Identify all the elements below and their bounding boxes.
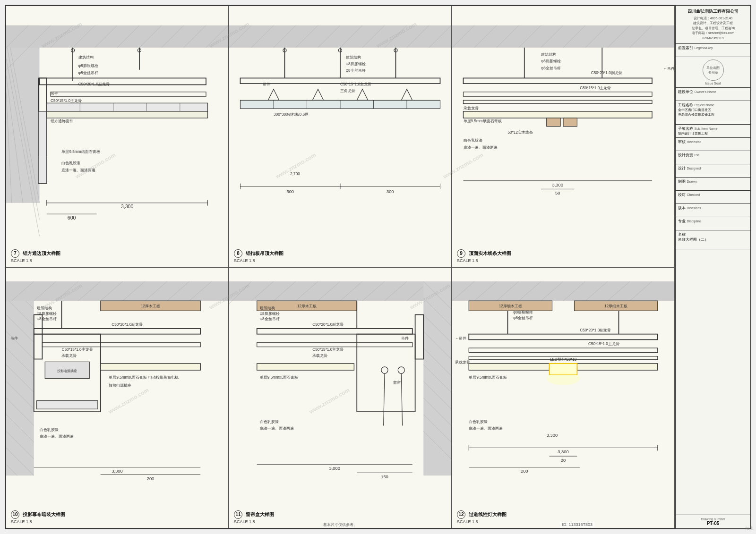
- drawings-grid: 3,300 600 建筑结构 φ8膨胀螺栓 φ8全丝吊杆 C50*20*1.0副…: [6, 6, 675, 528]
- svg-text:白色乳胶漆: 白色乳胶漆: [464, 139, 482, 143]
- svg-rect-22: [51, 92, 206, 96]
- svg-text:C50*15*1.0主龙骨: C50*15*1.0主龙骨: [580, 86, 611, 90]
- svg-text:承载龙骨: 承载龙骨: [62, 353, 77, 357]
- sidebar-subitem: 子项名称 Sub-Item Name 室内设计计装饰工程: [676, 125, 750, 138]
- svg-rect-195: [257, 328, 412, 334]
- svg-text:φ8膨胀螺栓: φ8膨胀螺栓: [260, 311, 280, 315]
- svg-point-204: [381, 366, 388, 373]
- svg-text:底漆一遍、面漆两遍: 底漆一遍、面漆两遍: [62, 168, 96, 172]
- svg-text:承载龙骨: 承载龙骨: [455, 360, 470, 364]
- svg-text:C50*20*1.0副龙骨: C50*20*1.0副龙骨: [78, 82, 110, 86]
- svg-text:φ8膨胀螺栓: φ8膨胀螺栓: [78, 64, 98, 68]
- svg-rect-109: [547, 118, 560, 127]
- svg-text:C50*15*1.0主龙骨: C50*15*1.0主龙骨: [340, 82, 371, 86]
- sidebar-reviewed: 审核 Reviewed: [676, 138, 750, 151]
- svg-rect-199: [257, 342, 412, 347]
- svg-text:←吊件: ←吊件: [663, 67, 675, 71]
- svg-text:白色乳胶漆: 白色乳胶漆: [40, 428, 59, 432]
- svg-text:50*12实木线条: 50*12实木线条: [508, 130, 533, 135]
- panel-10-label: 10 投影幕布暗装大样图 SCALE 1:8: [11, 510, 65, 524]
- svg-text:吊件: 吊件: [51, 92, 58, 96]
- svg-text:预留电源插座: 预留电源插座: [109, 383, 131, 388]
- svg-text:单层9.5mm纸面石膏板: 单层9.5mm纸面石膏板: [469, 375, 507, 379]
- main-container: www.znzmo.com www.znzmo.com www.znzmo.co…: [0, 0, 756, 534]
- svg-rect-102: [464, 78, 653, 84]
- svg-text:3,300: 3,300: [547, 432, 558, 438]
- svg-rect-238: [469, 334, 658, 339]
- svg-text:C50*15*1.0主龙骨: C50*15*1.0主龙骨: [51, 99, 82, 103]
- drawing-number: PT-05: [678, 521, 748, 526]
- svg-text:300: 300: [387, 189, 394, 194]
- svg-text:C50*20*1.0副龙骨: C50*20*1.0副龙骨: [591, 71, 622, 75]
- svg-rect-150: [34, 314, 43, 359]
- svg-text:单层9.5mm纸面石膏板  电动投影幕布电机: 单层9.5mm纸面石膏板 电动投影幕布电机: [109, 375, 178, 379]
- svg-point-248: [547, 372, 580, 385]
- sidebar-drawn: 制图 Drawm: [676, 178, 750, 191]
- svg-text:投影电源插座: 投影电源插座: [57, 369, 77, 372]
- corner-logo: 知末: [745, 526, 754, 532]
- svg-line-206: [384, 373, 385, 425]
- svg-text:3,300: 3,300: [112, 468, 122, 474]
- svg-text:白色乳胶漆: 白色乳胶漆: [260, 419, 279, 424]
- svg-text:3,300: 3,300: [121, 204, 134, 210]
- svg-text:白色乳胶漆: 白色乳胶漆: [62, 161, 81, 165]
- sidebar-pm: 设计负责 PM: [676, 151, 750, 164]
- svg-text:200: 200: [521, 468, 528, 474]
- svg-text:三角龙骨: 三角龙骨: [340, 89, 355, 93]
- svg-text:建筑结构: 建筑结构: [259, 305, 275, 310]
- svg-text:200: 200: [147, 475, 155, 481]
- panel-10: 12厚木工板 C50*20*1.0副龙骨 吊件 C50*15*1.0主龙骨: [6, 267, 229, 529]
- panel-12: 12厚细木工板 12厚细木工板 φ8膨胀螺栓 φ8全丝吊杆 ←吊件: [452, 267, 675, 529]
- sidebar-designed: 设计 Designed: [676, 164, 750, 178]
- bottom-note: 基本尺寸仅供参考。: [323, 522, 357, 527]
- sidebar-revisions: 版本 Revisions: [676, 204, 750, 217]
- svg-text:12厚木工板: 12厚木工板: [297, 304, 317, 308]
- svg-text:建筑结构: 建筑结构: [541, 52, 556, 57]
- svg-text:单层9.5mm纸面石膏板: 单层9.5mm纸面石膏板: [260, 375, 298, 379]
- panel-11-label: 11 窗帘盒大样图 SCALE 1:8: [234, 510, 274, 524]
- svg-text:50: 50: [555, 190, 560, 195]
- svg-text:φ8膨胀螺栓: φ8膨胀螺栓: [37, 311, 57, 315]
- sidebar-checked: 校对 Checked: [676, 191, 750, 204]
- svg-text:承载龙骨: 承载龙骨: [464, 106, 479, 110]
- svg-rect-135: [6, 281, 228, 301]
- svg-rect-21: [40, 78, 206, 85]
- svg-text:底漆一遍、面漆两遍: 底漆一遍、面漆两遍: [469, 426, 503, 430]
- sidebar-owner: 建设单位 Owner's Name: [676, 88, 750, 101]
- svg-text:2,700: 2,700: [290, 172, 300, 176]
- sidebar-project: 工程名称 Project Name 金牛区房门口街道社区养老综合楼装饰装修工程: [676, 101, 750, 125]
- svg-marker-66: [312, 89, 324, 101]
- company-info: 设计电话：4006-001-2140 建筑设计、工程设计及工程 总承包、项目管理…: [679, 16, 747, 41]
- svg-text:白色乳胶漆: 白色乳胶漆: [469, 419, 488, 424]
- svg-text:吊件: 吊件: [263, 82, 270, 86]
- svg-text:建筑结构: 建筑结构: [36, 305, 52, 310]
- svg-text:φ8全丝吊杆: φ8全丝吊杆: [541, 66, 561, 70]
- svg-text:建筑结构: 建筑结构: [345, 55, 361, 59]
- svg-point-205: [398, 366, 404, 373]
- panel-8: 300 300 建筑结构 φ8膨胀螺栓 φ8全丝吊杆 吊件 C50*15*1.0…: [229, 6, 452, 267]
- svg-text:C50*15*1.0主龙骨: C50*15*1.0主龙骨: [312, 347, 344, 351]
- svg-text:单层9.5mm纸面石膏板: 单层9.5mm纸面石膏板: [464, 119, 502, 123]
- svg-rect-148: [34, 328, 201, 334]
- svg-text:C50*20*1.0副龙骨: C50*20*1.0副龙骨: [312, 322, 344, 327]
- svg-text:承载龙骨: 承载龙骨: [312, 353, 327, 357]
- svg-text:C50*20*1.0副龙骨: C50*20*1.0副龙骨: [580, 328, 611, 332]
- svg-text:300: 300: [286, 189, 294, 194]
- svg-marker-68: [401, 89, 412, 101]
- svg-text:建筑结构: 建筑结构: [78, 55, 94, 59]
- panel-9: ←吊件 C50*20*1.0副龙骨 C50*15*1.0主龙骨 承载龙骨: [452, 6, 675, 267]
- svg-text:吊件: 吊件: [10, 336, 18, 340]
- svg-text:窗帘: 窗帘: [393, 381, 401, 385]
- panel-8-label: 8 铝扣板吊顶大样图 SCALE 1:8: [234, 249, 284, 263]
- svg-rect-159: [37, 400, 98, 409]
- svg-rect-156: [101, 363, 201, 370]
- svg-text:底漆一遍、面漆两遍: 底漆一遍、面漆两遍: [40, 434, 74, 439]
- svg-text:C50*15*1.0主龙骨: C50*15*1.0主龙骨: [62, 347, 93, 351]
- sidebar-footer: Drawing number PT-05: [676, 515, 750, 528]
- svg-marker-67: [357, 89, 368, 101]
- svg-text:150: 150: [381, 474, 388, 479]
- svg-text:12厚木工板: 12厚木工板: [141, 304, 160, 308]
- svg-line-207: [401, 373, 402, 425]
- svg-text:φ8全丝吊杆: φ8全丝吊杆: [346, 68, 366, 73]
- drawing-area: www.znzmo.com www.znzmo.com www.znzmo.co…: [5, 5, 676, 529]
